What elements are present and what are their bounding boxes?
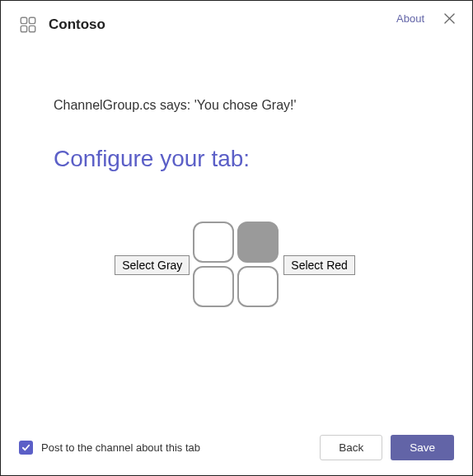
save-button[interactable]: Save	[391, 435, 454, 460]
grid-quadrant	[193, 222, 234, 263]
tab-preview-icon	[193, 222, 280, 309]
app-icon	[19, 16, 37, 34]
grid-quadrant	[237, 266, 279, 307]
tab-config-row: Select Gray Select Red	[37, 222, 433, 309]
dialog-header: Contoso About	[1, 1, 472, 34]
grid-quadrant-filled	[237, 222, 279, 263]
svg-rect-3	[29, 26, 35, 31]
post-checkbox-label[interactable]: Post to the channel about this tab	[41, 441, 200, 454]
select-gray-button[interactable]: Select Gray	[115, 255, 190, 275]
status-text: ChannelGroup.cs says: 'You chose Gray!'	[54, 98, 433, 113]
svg-rect-0	[21, 17, 26, 23]
post-checkbox[interactable]	[19, 441, 33, 455]
grid-quadrant	[193, 266, 234, 307]
back-button[interactable]: Back	[320, 435, 382, 460]
svg-rect-2	[21, 26, 26, 31]
close-icon	[444, 13, 455, 24]
checkmark-icon	[21, 443, 30, 452]
close-button[interactable]	[441, 10, 457, 26]
select-red-button[interactable]: Select Red	[283, 255, 354, 275]
dialog-content: ChannelGroup.cs says: 'You chose Gray!' …	[1, 34, 472, 423]
configure-heading: Configure your tab:	[54, 146, 433, 172]
dialog-footer: Post to the channel about this tab Back …	[1, 423, 472, 475]
about-link[interactable]: About	[396, 12, 424, 25]
post-checkbox-wrap[interactable]: Post to the channel about this tab	[19, 441, 311, 455]
app-title: Contoso	[49, 16, 105, 33]
svg-rect-1	[29, 17, 35, 23]
